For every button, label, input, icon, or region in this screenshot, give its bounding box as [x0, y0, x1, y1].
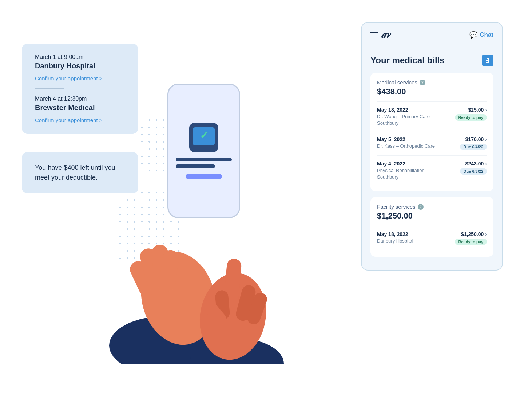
- facility-label: Facility services: [377, 204, 416, 210]
- medical-services-section: Medical services ? $438.00 May 18, 2022 …: [370, 73, 493, 191]
- bill-1-date: May 18, 2022: [377, 107, 430, 113]
- bills-title: Your medical bills: [370, 55, 445, 65]
- deductible-card: You have $400 left until you meet your d…: [22, 152, 138, 193]
- bill-2-chevron: ›: [485, 136, 487, 142]
- medical-label: Medical services: [377, 79, 417, 85]
- bill-item-1[interactable]: May 18, 2022 Dr. Wong – Primary Care Sou…: [377, 101, 487, 131]
- bill-1-amount: $25.00: [468, 107, 484, 113]
- appointment-2-date: March 4 at 12:30pm: [35, 96, 125, 102]
- logo-area: 𝒂𝒗: [370, 29, 390, 40]
- medical-category-header: Medical services ?: [377, 79, 487, 85]
- hamburger-menu[interactable]: [370, 32, 378, 37]
- bill-4-date: May 18, 2022: [377, 231, 413, 237]
- bill-1-location: Southbury: [377, 120, 430, 126]
- bill-3-chevron: ›: [485, 161, 487, 167]
- bill-3-amount-row: $243.00 ›: [465, 161, 487, 167]
- bill-3-amount: $243.00: [465, 161, 484, 167]
- bill-1-chevron: ›: [485, 107, 487, 113]
- facility-info-icon[interactable]: ?: [418, 204, 424, 210]
- appointment-2-location: Brewster Medical: [35, 104, 125, 112]
- bill-item-4[interactable]: May 18, 2022 Danbury Hospital $1,250.00 …: [377, 226, 487, 250]
- calendar-icon: [189, 123, 218, 152]
- divider-1: [35, 88, 64, 89]
- bill-1-left: May 18, 2022 Dr. Wong – Primary Care Sou…: [377, 107, 430, 126]
- bill-4-right: $1,250.00 › Ready to pay: [455, 231, 487, 245]
- bill-4-amount-row: $1,250.00 ›: [461, 231, 487, 237]
- bill-item-2[interactable]: May 5, 2022 Dr. Kass – Orthopedic Care $…: [377, 131, 487, 155]
- phone-line-2: [176, 164, 215, 168]
- right-panel: 𝒂𝒗 💬 Chat Your medical bills 🖨 Medical s…: [361, 22, 503, 271]
- bill-1-provider: Dr. Wong – Primary Care: [377, 114, 430, 119]
- appointment-1-location: Danbury Hospital: [35, 62, 125, 70]
- appointment-1-date: March 1 at 9:00am: [35, 54, 125, 60]
- bill-2-status: Due 6/4/22: [460, 144, 487, 150]
- confirm-appointment-2-link[interactable]: Confirm your appointment >: [35, 117, 103, 123]
- chat-button[interactable]: 💬 Chat: [469, 31, 493, 39]
- bill-2-date: May 5, 2022: [377, 136, 435, 142]
- facility-category-header: Facility services ?: [377, 204, 487, 210]
- hamburger-line-3: [370, 37, 378, 37]
- bill-2-amount-row: $170.00 ›: [465, 136, 487, 142]
- appointment-card-1: March 1 at 9:00am Danbury Hospital Confi…: [22, 44, 138, 134]
- bills-header: Your medical bills 🖨: [370, 55, 493, 66]
- confirm-appointment-1-link[interactable]: Confirm your appointment >: [35, 75, 103, 81]
- facility-services-section: Facility services ? $1,250.00 May 18, 20…: [370, 197, 493, 257]
- left-section: March 1 at 9:00am Danbury Hospital Confi…: [22, 44, 138, 193]
- bill-4-chevron: ›: [485, 231, 487, 237]
- bill-3-status: Due 6/3/22: [460, 168, 487, 175]
- bill-2-amount: $170.00: [465, 136, 484, 142]
- bill-4-left: May 18, 2022 Danbury Hospital: [377, 231, 413, 244]
- bill-4-amount: $1,250.00: [461, 231, 484, 237]
- bill-1-right: $25.00 › Ready to pay: [455, 107, 487, 121]
- bill-3-left: May 4, 2022 Physical Rehabilitation Sout…: [377, 161, 425, 180]
- chat-label: Chat: [480, 31, 493, 39]
- hamburger-line-2: [370, 35, 378, 35]
- print-button[interactable]: 🖨: [482, 55, 493, 66]
- phone-line-1: [176, 158, 232, 161]
- medical-info-icon[interactable]: ?: [420, 80, 425, 85]
- medical-total: $438.00: [377, 87, 487, 96]
- chat-icon: 💬: [469, 31, 477, 39]
- deductible-text: You have $400 left until you meet your d…: [35, 163, 125, 183]
- bill-2-left: May 5, 2022 Dr. Kass – Orthopedic Care: [377, 136, 435, 149]
- bill-1-status: Ready to pay: [455, 114, 487, 121]
- app-logo: 𝒂𝒗: [381, 29, 390, 40]
- bill-item-3[interactable]: May 4, 2022 Physical Rehabilitation Sout…: [377, 155, 487, 185]
- panel-body: Your medical bills 🖨 Medical services ? …: [362, 47, 502, 270]
- facility-total: $1,250.00: [377, 211, 487, 221]
- hamburger-line-1: [370, 32, 378, 33]
- phone-content-lines: [176, 158, 232, 168]
- phone-cta-button: [186, 174, 222, 179]
- bill-2-right: $170.00 › Due 6/4/22: [460, 136, 487, 150]
- bill-2-provider: Dr. Kass – Orthopedic Care: [377, 143, 435, 149]
- bill-4-provider: Danbury Hospital: [377, 238, 413, 244]
- panel-header: 𝒂𝒗 💬 Chat: [362, 23, 502, 47]
- bill-3-date: May 4, 2022: [377, 161, 425, 167]
- bill-3-provider: Physical Rehabilitation: [377, 168, 425, 173]
- bill-3-right: $243.00 › Due 6/3/22: [460, 161, 487, 175]
- bill-1-amount-row: $25.00 ›: [468, 107, 487, 113]
- bill-4-status: Ready to pay: [455, 239, 487, 245]
- bill-3-location: Southbury: [377, 174, 425, 180]
- phone-illustration: [167, 84, 240, 218]
